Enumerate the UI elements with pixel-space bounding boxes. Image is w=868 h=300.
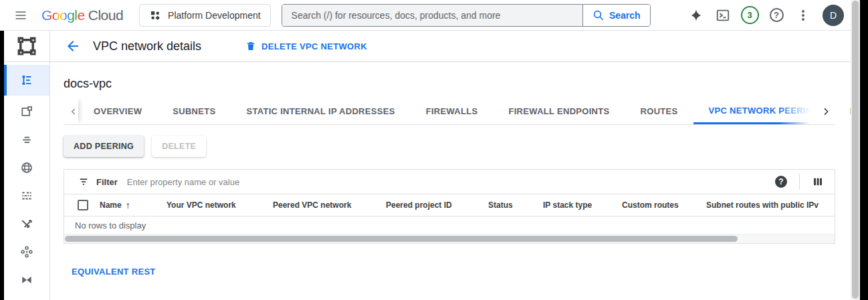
horizontal-scrollbar-thumb[interactable] <box>65 236 738 242</box>
divider <box>799 174 800 190</box>
filter-bar: Filter ? <box>64 170 835 194</box>
topbar-actions: 3 ? D <box>685 4 844 27</box>
column-header-peered-project-id[interactable]: Peered project ID <box>381 200 483 210</box>
cloud-shell-icon[interactable] <box>712 4 734 27</box>
vpc-sidebar <box>4 31 50 300</box>
gemini-spark-icon[interactable] <box>685 4 708 27</box>
empty-table-message: No rows to display <box>64 216 835 235</box>
logo-cloud-text: Cloud <box>88 7 123 23</box>
notification-count: 3 <box>741 6 759 24</box>
sidebar-item-serverless-vpc-access[interactable] <box>4 296 49 300</box>
sort-ascending-icon: ↑ <box>126 200 130 210</box>
tab-firewall-endpoints[interactable]: FIREWALL ENDPOINTS <box>493 98 625 124</box>
top-navbar: Google Cloud Platform Development Search <box>0 0 851 31</box>
right-edge-strip <box>860 0 868 300</box>
global-search: Search <box>282 4 651 27</box>
tab-bar: OVERVIEW SUBNETS STATIC INTERNAL IP ADDR… <box>64 98 835 125</box>
notifications-badge[interactable]: 3 <box>738 4 761 27</box>
search-icon <box>592 9 605 21</box>
bring-your-own-ip-icon <box>20 133 33 146</box>
sidebar-item-routes[interactable] <box>4 212 49 236</box>
vpc-network-product-icon <box>4 31 49 62</box>
sidebar-item-vpc-networks[interactable] <box>4 65 49 96</box>
horizontal-scrollbar <box>64 235 835 243</box>
project-name: Platform Development <box>168 10 261 21</box>
delete-vpc-network-label: DELETE VPC NETWORK <box>261 41 367 51</box>
peering-actions: ADD PEERING DELETE <box>64 136 835 157</box>
column-header-name[interactable]: Name ↑ <box>94 200 161 210</box>
tab-firewalls[interactable]: FIREWALLS <box>411 98 494 124</box>
column-header-your-vpc-network[interactable]: Your VPC network <box>161 200 267 210</box>
chevron-left-icon <box>69 107 78 116</box>
main-panel: VPC network details DELETE VPC NETWORK d… <box>50 31 851 300</box>
tab-routes[interactable]: ROUTES <box>625 98 693 124</box>
sidebar-item-firewall-policies[interactable] <box>4 184 49 208</box>
filter-input[interactable] <box>127 177 775 187</box>
more-vert-icon[interactable] <box>792 4 815 27</box>
delete-peering-button[interactable]: DELETE <box>152 136 206 157</box>
back-arrow-icon[interactable] <box>65 38 81 54</box>
trash-icon <box>245 40 256 52</box>
column-header-status[interactable]: Status <box>483 200 538 210</box>
menu-icon[interactable] <box>9 4 32 27</box>
search-button[interactable]: Search <box>582 5 650 26</box>
column-header-peered-vpc-network[interactable]: Peered VPC network <box>267 200 381 210</box>
filter-help-icon[interactable]: ? <box>775 176 787 188</box>
google-cloud-logo[interactable]: Google Cloud <box>41 7 123 23</box>
table-header-row: Name ↑ Your VPC network Peered VPC netwo… <box>64 194 835 216</box>
vertical-scrollbar-thumb[interactable] <box>852 1 859 299</box>
vpc-details-content: docs-vpc OVERVIEW SUBNETS STATIC INTERNA… <box>50 77 851 277</box>
sidebar-item-bring-your-own-ip[interactable] <box>4 128 49 152</box>
project-selector[interactable]: Platform Development <box>139 4 271 27</box>
vertical-scrollbar <box>851 0 860 300</box>
column-header-ip-stack-type[interactable]: IP stack type <box>538 200 617 210</box>
project-icon <box>149 9 161 21</box>
firewall-globe-icon <box>20 161 33 174</box>
sidebar-item-shared-vpc[interactable] <box>4 268 49 292</box>
column-header-subnet-routes[interactable]: Subnet routes with public IPv <box>701 200 835 210</box>
gcp-console: Google Cloud Platform Development Search <box>0 0 868 300</box>
filter-label: Filter <box>96 177 118 187</box>
sidebar-item-ip-addresses[interactable] <box>4 100 49 124</box>
help-icon[interactable]: ? <box>765 4 788 27</box>
search-input[interactable] <box>282 5 582 26</box>
shared-vpc-icon <box>20 273 33 287</box>
account-avatar[interactable]: D <box>823 5 844 26</box>
routes-icon <box>20 217 33 231</box>
vpc-network-peering-icon <box>20 245 33 259</box>
select-all-cell <box>64 200 94 210</box>
add-peering-button[interactable]: ADD PEERING <box>64 136 144 157</box>
column-display-icon[interactable] <box>812 176 824 188</box>
sidebar-item-firewall-globe[interactable] <box>4 156 49 180</box>
tabs-scroll-left-button[interactable] <box>69 98 78 124</box>
delete-vpc-network-button[interactable]: DELETE VPC NETWORK <box>245 40 367 52</box>
ip-addresses-icon <box>20 105 33 118</box>
column-header-custom-routes[interactable]: Custom routes <box>617 200 701 210</box>
filter-icon <box>78 176 90 188</box>
tab-overview[interactable]: OVERVIEW <box>78 98 157 124</box>
page-title: VPC network details <box>93 39 201 53</box>
peering-table-card: Filter ? <box>64 169 835 244</box>
tabs-scroll-right-button[interactable] <box>821 106 831 117</box>
tab-subnets[interactable]: SUBNETS <box>157 98 231 124</box>
tab-static-internal-ip-addresses[interactable]: STATIC INTERNAL IP ADDRESSES <box>231 98 410 124</box>
logo-google-text: Google <box>41 7 85 23</box>
page-header: VPC network details DELETE VPC NETWORK <box>50 31 851 62</box>
search-button-label: Search <box>609 10 641 21</box>
select-all-checkbox[interactable] <box>78 200 88 210</box>
network-name: docs-vpc <box>64 77 835 91</box>
vpc-networks-icon <box>19 73 34 88</box>
equivalent-rest-link[interactable]: EQUIVALENT REST <box>72 267 156 277</box>
sidebar-item-vpc-network-peering[interactable] <box>4 240 49 264</box>
tabs-fade <box>779 98 835 124</box>
firewall-policies-icon <box>20 189 33 202</box>
